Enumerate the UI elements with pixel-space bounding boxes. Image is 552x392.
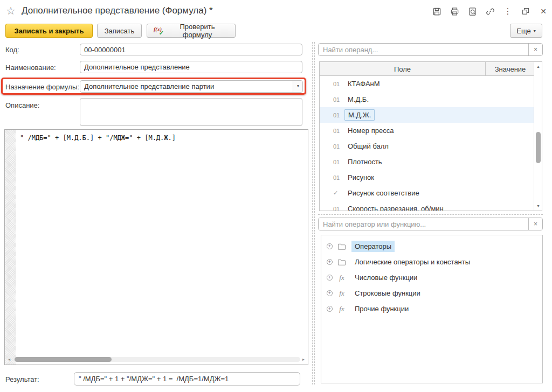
operand-row[interactable]: 01 Плотность [320,154,535,170]
operands-table: Поле Значение 01 КТАФАнМ 01 М.Д.Б. 01 М.… [319,61,542,211]
operand-row[interactable]: 01 Рисунок [320,170,535,185]
code-label: Код: [5,46,19,54]
scroll-right-icon[interactable]: ► [300,358,307,361]
check-formula-button[interactable]: f(x)✓ Проверить формулу [147,24,236,38]
operand-search-input[interactable] [319,44,528,55]
save-icon[interactable] [431,6,442,17]
close-icon[interactable]: ✕ [538,6,549,17]
operand-row-selected[interactable]: 01 М.Д.Ж. [320,107,535,123]
save-and-close-button[interactable]: Записать и закрыть [5,24,93,38]
printer-icon [450,7,459,16]
dropdown-arrow-icon: ▼ [296,85,299,88]
horizontal-splitter[interactable] [318,214,543,215]
folder-icon [337,243,347,250]
link-icon[interactable] [485,6,495,17]
clear-search-icon[interactable]: × [528,218,542,230]
purpose-combobox[interactable]: ▼ [80,80,303,93]
operand-row[interactable]: 01 КТАФАнМ [320,76,535,92]
operand-name: М.Д.Ж. [344,109,375,121]
floppy-icon [432,7,441,16]
function-icon: fx [337,305,347,313]
scrollbar-track[interactable] [12,357,300,362]
favorite-star-icon[interactable]: ☆ [6,4,16,17]
operand-name: Рисунок соответствие [344,188,423,198]
name-field[interactable] [80,61,302,73]
tree-item-string-functions[interactable]: + fx Строковые функции [321,285,542,301]
tree-item-numeric-functions[interactable]: + fx Числовые функции [321,270,542,285]
result-field: " /МДБ=" + 1 + "/МДЖ=" + 1 = /МДБ=1/МДЖ=… [74,372,300,386]
operand-name: Плотность [344,157,385,167]
tree-label: Прочие функции [351,303,412,314]
operand-row[interactable]: 01 Номер пресса [320,123,535,138]
chevron-down-icon: ▾ [534,29,536,33]
chain-link-icon [486,7,495,16]
number-type-icon: 01 [333,159,344,165]
operand-search: × [318,43,543,56]
column-field[interactable]: Поле [320,62,486,76]
function-search: × [318,218,543,230]
scroll-down-icon[interactable]: ▼ [534,204,542,208]
purpose-label: Назначение формулы: [5,83,79,91]
expand-icon[interactable]: + [327,306,333,312]
operand-name: Номер пресса [344,125,397,136]
titlebar-actions: ⋮ ✕ [431,5,549,17]
result-label: Результат: [5,375,39,383]
editor-gutter [5,130,16,365]
operand-name: М.Д.Б. [344,94,372,104]
print-icon[interactable] [449,6,460,17]
vertical-scrollbar[interactable]: ▲ ▼ [534,62,542,211]
more-menu-icon[interactable]: ⋮ [502,6,513,17]
description-field[interactable] [80,98,302,126]
tree-item-other-functions[interactable]: + fx Прочие функции [321,301,542,317]
number-type-icon: 01 [333,96,344,103]
number-type-icon: 01 [333,206,344,212]
tree-item-logical-operators[interactable]: + Логические операторы и константы [321,254,542,270]
table-body: 01 КТАФАнМ 01 М.Д.Б. 01 М.Д.Ж. 01 Номер … [320,76,535,211]
formula-text[interactable]: " /МДБ=" + [М.Д.Б.] + "/МДЖ=" + [М.Д.Ж.] [20,134,176,142]
code-field[interactable] [80,44,302,55]
tree-label: Логические операторы и константы [351,256,473,268]
name-label: Наименование: [5,64,56,72]
number-type-icon: 01 [333,112,344,118]
expand-icon[interactable]: + [327,275,333,281]
document-search-icon [468,7,477,16]
functions-tree: + Операторы + Логические операторы и кон… [321,235,543,383]
column-value[interactable]: Значение [486,62,535,76]
preview-icon[interactable] [467,6,478,17]
number-type-icon: 01 [333,128,344,134]
window-title: Дополнительное представление (Формула) * [22,5,213,16]
restore-window-icon[interactable] [520,6,531,17]
function-search-input[interactable] [319,218,528,230]
fx-check-icon: f(x)✓ [154,27,163,35]
scrollbar-thumb[interactable] [536,132,541,163]
formula-code-editor[interactable]: " /МДБ=" + [М.Д.Б.] + "/МДЖ=" + [М.Д.Ж.]… [4,129,308,365]
function-icon: fx [337,274,347,282]
operand-row[interactable]: ✓ Рисунок соответствие [320,185,535,201]
tree-label: Строковые функции [351,288,424,299]
expand-icon[interactable]: + [327,243,333,249]
save-button[interactable]: Записать [97,24,142,38]
tree-item-operators[interactable]: + Операторы [321,239,542,254]
operand-row[interactable]: 01 Общий балл [320,138,535,154]
table-header: Поле Значение [320,62,535,76]
expand-icon[interactable]: + [327,259,333,265]
description-label: Описание: [5,101,39,109]
scrollbar-thumb[interactable] [15,357,112,362]
clear-search-icon[interactable]: × [528,44,542,55]
more-actions-button[interactable]: Еще ▾ [510,24,542,38]
horizontal-scrollbar[interactable]: ◄ ► [6,356,307,363]
expand-icon[interactable]: + [327,290,333,296]
operand-row[interactable]: 01 Скорость разрезания, об/мин [320,201,535,211]
scroll-up-icon[interactable]: ▲ [534,65,542,68]
tree-label: Операторы [351,241,395,252]
restore-icon [521,7,530,16]
vertical-splitter[interactable] [312,42,315,384]
operand-name: Общий балл [344,141,392,151]
operand-name: Рисунок [344,172,377,183]
purpose-dropdown-button[interactable]: ▼ [293,81,302,92]
purpose-value[interactable] [80,81,293,92]
number-type-icon: 01 [333,143,344,150]
operand-row[interactable]: 01 М.Д.Б. [320,92,535,107]
number-type-icon: 01 [333,81,344,87]
scroll-left-icon[interactable]: ◄ [6,358,12,361]
